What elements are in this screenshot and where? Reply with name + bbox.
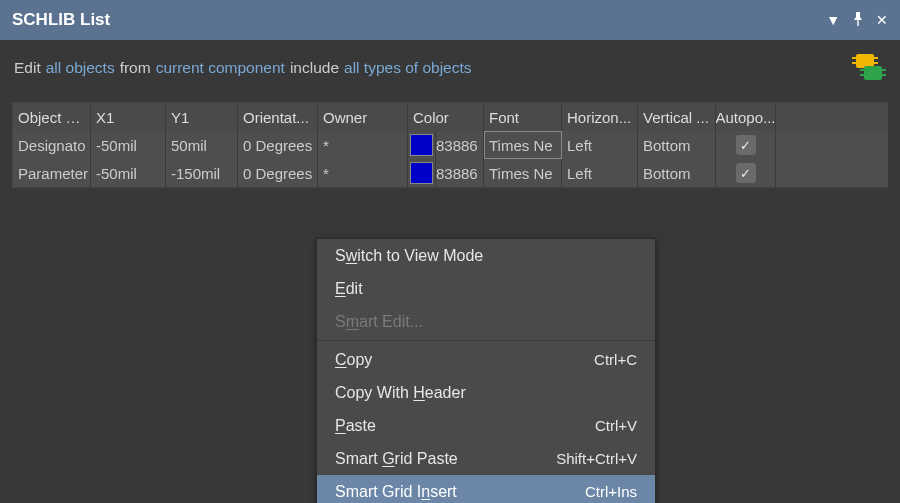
cell-color-value[interactable]: 83886: [436, 131, 484, 159]
svg-rect-0: [856, 54, 874, 68]
table-row[interactable]: Parameter-50mil-150mil0 Degrees*83886Tim…: [13, 159, 888, 187]
menu-item-label: Smart Grid Paste: [335, 450, 458, 468]
cell-object-kind[interactable]: Parameter: [13, 159, 91, 187]
cell-x1[interactable]: -50mil: [91, 159, 166, 187]
menu-item-shortcut: Shift+Ctrl+V: [556, 450, 637, 467]
menu-item-label: Copy With Header: [335, 384, 466, 402]
cell-font[interactable]: Times Ne: [484, 131, 562, 159]
svg-rect-5: [864, 66, 882, 80]
menu-item-label: Smart Edit...: [335, 313, 423, 331]
cell-hjust[interactable]: Left: [562, 159, 638, 187]
col-hjust[interactable]: Horizon...: [562, 103, 638, 131]
col-autopos[interactable]: Autopo...: [716, 103, 776, 131]
svg-rect-8: [881, 69, 886, 71]
menu-item[interactable]: Smart Grid InsertCtrl+Ins: [317, 475, 655, 503]
menu-item-label: Edit: [335, 280, 363, 298]
menu-item-shortcut: Ctrl+C: [594, 351, 637, 368]
cell-font[interactable]: Times Ne: [484, 159, 562, 187]
dropdown-icon[interactable]: ▼: [826, 12, 840, 28]
cell-y1[interactable]: 50mil: [166, 131, 238, 159]
svg-rect-2: [852, 62, 857, 64]
cell-color-value[interactable]: 83886: [436, 159, 484, 187]
cell-vjust[interactable]: Bottom: [638, 159, 716, 187]
col-vjust[interactable]: Vertical ...: [638, 103, 716, 131]
menu-item-shortcut: Ctrl+Ins: [585, 483, 637, 500]
menu-item-label: Paste: [335, 417, 376, 435]
menu-separator: [317, 340, 655, 341]
filter-include-label: include: [290, 59, 339, 77]
col-x1[interactable]: X1: [91, 103, 166, 131]
filter-types-link[interactable]: all types of objects: [344, 59, 472, 77]
cell-autopos[interactable]: ✓: [716, 159, 776, 187]
cell-autopos[interactable]: ✓: [716, 131, 776, 159]
col-font[interactable]: Font: [484, 103, 562, 131]
cell-color-swatch[interactable]: [408, 131, 436, 159]
filter-bar: Edit all objects from current component …: [0, 40, 900, 94]
cell-orientation[interactable]: 0 Degrees: [238, 159, 318, 187]
menu-item-label: Smart Grid Insert: [335, 483, 457, 501]
col-orientation[interactable]: Orientat...: [238, 103, 318, 131]
col-owner[interactable]: Owner: [318, 103, 408, 131]
pin-icon[interactable]: [852, 12, 864, 29]
svg-rect-4: [873, 62, 878, 64]
svg-rect-7: [860, 74, 865, 76]
menu-item[interactable]: PasteCtrl+V: [317, 409, 655, 442]
cell-object-kind[interactable]: Designato: [13, 131, 91, 159]
filter-source-link[interactable]: current component: [156, 59, 285, 77]
svg-rect-1: [852, 57, 857, 59]
context-menu: Switch to View ModeEditSmart Edit...Copy…: [316, 238, 656, 503]
menu-item-label: Switch to View Mode: [335, 247, 483, 265]
menu-item-shortcut: Ctrl+V: [595, 417, 637, 434]
menu-item[interactable]: Copy With Header: [317, 376, 655, 409]
col-object-kind[interactable]: Object …: [13, 103, 91, 131]
filter-scope-link[interactable]: all objects: [46, 59, 115, 77]
menu-item[interactable]: Smart Grid PasteShift+Ctrl+V: [317, 442, 655, 475]
filter-edit-label: Edit: [14, 59, 41, 77]
cell-y1[interactable]: -150mil: [166, 159, 238, 187]
grid-header: Object … X1 Y1 Orientat... Owner Color F…: [13, 103, 888, 131]
menu-item[interactable]: CopyCtrl+C: [317, 343, 655, 376]
col-y1[interactable]: Y1: [166, 103, 238, 131]
cell-color-swatch[interactable]: [408, 159, 436, 187]
checkbox-icon[interactable]: ✓: [736, 163, 756, 183]
menu-item[interactable]: Edit: [317, 272, 655, 305]
cell-owner[interactable]: *: [318, 131, 408, 159]
titlebar-controls: ▼ ✕: [826, 12, 888, 29]
cell-x1[interactable]: -50mil: [91, 131, 166, 159]
panel-title: SCHLIB List: [12, 10, 110, 30]
checkbox-icon[interactable]: ✓: [736, 135, 756, 155]
cell-orientation[interactable]: 0 Degrees: [238, 131, 318, 159]
svg-rect-3: [873, 57, 878, 59]
cell-vjust[interactable]: Bottom: [638, 131, 716, 159]
close-icon[interactable]: ✕: [876, 12, 888, 28]
data-grid: Object … X1 Y1 Orientat... Owner Color F…: [12, 102, 888, 188]
cell-hjust[interactable]: Left: [562, 131, 638, 159]
filter-from-label: from: [120, 59, 151, 77]
menu-item-label: Copy: [335, 351, 372, 369]
col-color[interactable]: Color: [408, 103, 484, 131]
titlebar: SCHLIB List ▼ ✕: [0, 0, 900, 40]
svg-rect-9: [881, 74, 886, 76]
table-row[interactable]: Designato-50mil50mil0 Degrees*83886Times…: [13, 131, 888, 159]
menu-item: Smart Edit...: [317, 305, 655, 338]
component-icon[interactable]: [852, 52, 886, 84]
cell-owner[interactable]: *: [318, 159, 408, 187]
menu-item[interactable]: Switch to View Mode: [317, 239, 655, 272]
svg-rect-6: [860, 69, 865, 71]
